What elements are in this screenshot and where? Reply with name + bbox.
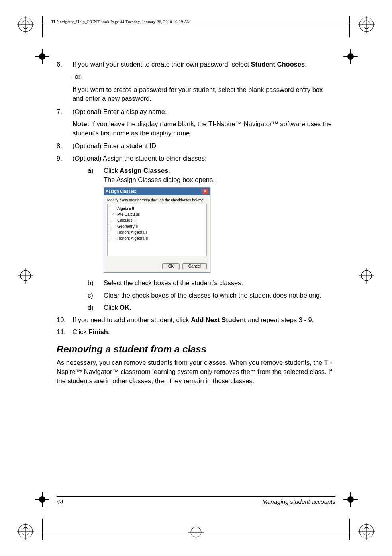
- substep-label: b): [88, 278, 104, 288]
- chapter-title: Managing student accounts: [263, 498, 335, 505]
- class-checkbox-row[interactable]: ✓Pre-Calculus: [110, 212, 204, 217]
- checkbox-icon[interactable]: [110, 230, 115, 235]
- registration-mark-icon: [358, 267, 375, 284]
- text: .: [305, 61, 307, 68]
- crop-line-top-v2: [349, 16, 350, 37]
- print-slug: TI-Navigator_Help_PRINT.book Page 44 Tue…: [51, 19, 191, 24]
- class-label: Algebra II: [117, 206, 134, 211]
- bold-term: Student Chooses: [251, 61, 305, 68]
- page-footer: 44 Managing student accounts: [57, 496, 335, 505]
- class-label: Honors Algebra I: [117, 230, 147, 235]
- step-body: (Optional) Enter a student ID.: [73, 141, 335, 151]
- checkbox-icon[interactable]: [110, 224, 115, 229]
- text: Click: [73, 328, 88, 335]
- step-body: If you want your student to create their…: [73, 60, 335, 69]
- class-checkbox-row[interactable]: Algebra II: [110, 206, 204, 211]
- page-content: 6. If you want your student to create th…: [57, 60, 335, 386]
- step-7: 7. (Optional) Enter a display name.: [57, 107, 335, 116]
- step-11: 11. Click Finish.: [57, 327, 335, 337]
- step-9a: a) Click Assign Classes. The Assign Clas…: [88, 166, 335, 184]
- class-checkbox-row[interactable]: Honors Algebra I: [110, 230, 204, 235]
- registration-mark-icon: [358, 16, 375, 33]
- class-checkbox-row[interactable]: Calculus II: [110, 218, 204, 223]
- step-number: 11.: [57, 327, 73, 337]
- registration-target-icon: [342, 491, 359, 508]
- class-listbox: Algebra II ✓Pre-Calculus Calculus II Geo…: [107, 204, 207, 256]
- crop-line-bot-v1: [42, 519, 43, 540]
- registration-mark-icon: [17, 523, 34, 540]
- registration-mark-icon: [17, 16, 34, 33]
- class-label: Calculus II: [117, 218, 136, 223]
- registration-mark-icon: [17, 267, 34, 284]
- substep-label: c): [88, 291, 104, 300]
- step-number: 8.: [57, 141, 73, 151]
- class-label: Pre-Calculus: [117, 212, 140, 217]
- dialog-title: Assign Classes:: [106, 189, 136, 194]
- text: and repeat steps 3 - 9.: [246, 316, 314, 323]
- step-8: 8. (Optional) Enter a student ID.: [57, 141, 335, 151]
- step-body: (Optional) Enter a display name.: [73, 107, 335, 116]
- substep-label: a): [88, 166, 104, 184]
- crop-line-top-v1: [42, 16, 43, 37]
- checkbox-icon[interactable]: [110, 206, 115, 211]
- dialog-button-row: OK Cancel: [104, 260, 210, 272]
- step-9d: d) Click OK.: [88, 303, 335, 312]
- assign-classes-dialog: Assign Classes: × Modify class membershi…: [104, 187, 210, 273]
- checkbox-icon[interactable]: [110, 236, 115, 241]
- dialog-caption: Modify class membership through the chec…: [107, 198, 207, 202]
- crop-line-bot-v2: [349, 519, 350, 540]
- step-9b: b) Select the check boxes of the student…: [88, 278, 335, 288]
- step-number: 7.: [57, 107, 73, 116]
- class-label: Honors Algebra II: [117, 236, 148, 241]
- step-6: 6. If you want your student to create th…: [57, 60, 335, 69]
- page-number: 44: [57, 498, 63, 505]
- registration-mark-icon: [358, 523, 375, 540]
- ok-button[interactable]: OK: [162, 263, 180, 269]
- step-body: (Optional) Assign the student to other c…: [73, 154, 335, 163]
- bold-term: OK: [120, 304, 129, 311]
- text: The Assign Classes dialog box opens.: [104, 176, 215, 183]
- step-6-or: -or-: [73, 72, 335, 81]
- text: If you want your student to create their…: [73, 61, 251, 68]
- dialog-body: Modify class membership through the chec…: [104, 195, 210, 260]
- bold-term: Add Next Student: [191, 316, 246, 323]
- checkbox-icon[interactable]: [110, 218, 115, 223]
- text: .: [129, 304, 131, 311]
- assign-classes-dialog-figure: Assign Classes: × Modify class membershi…: [104, 187, 335, 273]
- step-body: Click Finish.: [73, 327, 335, 337]
- substep-body: Select the check boxes of the student’s …: [104, 278, 335, 288]
- step-number: 9.: [57, 154, 73, 163]
- registration-target-icon: [33, 48, 48, 65]
- step-9c: c) Clear the check boxes of the classes …: [88, 291, 335, 300]
- step-10: 10. If you need to add another student, …: [57, 315, 335, 325]
- class-label: Geometry II: [117, 224, 138, 229]
- text: .: [168, 167, 170, 174]
- step-6-alt: If you want to create a password for you…: [73, 85, 335, 104]
- class-checkbox-row[interactable]: Geometry II: [110, 224, 204, 229]
- close-icon[interactable]: ×: [202, 188, 208, 194]
- class-checkbox-row[interactable]: Honors Algebra II: [110, 236, 204, 241]
- text: Click: [104, 304, 120, 311]
- dialog-titlebar: Assign Classes: ×: [104, 188, 210, 195]
- section-heading: Removing a student from a class: [57, 344, 335, 355]
- substep-body: Click OK.: [104, 303, 335, 312]
- bold-term: Finish: [88, 328, 108, 335]
- checkbox-icon[interactable]: ✓: [110, 212, 115, 217]
- registration-target-icon: [342, 48, 359, 65]
- step-number: 6.: [57, 60, 73, 69]
- text: Click: [104, 167, 120, 174]
- registration-target-icon: [33, 491, 51, 508]
- note-label: Note:: [73, 120, 89, 127]
- step-body: If you need to add another student, clic…: [73, 315, 335, 325]
- substep-body: Clear the check boxes of the classes to …: [104, 291, 335, 300]
- step-number: 10.: [57, 315, 73, 325]
- substep-body: Click Assign Classes. The Assign Classes…: [104, 166, 335, 184]
- bold-term: Assign Classes: [120, 167, 168, 174]
- cancel-button[interactable]: Cancel: [182, 263, 207, 269]
- section-paragraph: As necessary, you can remove students fr…: [57, 358, 335, 385]
- substep-label: d): [88, 303, 104, 312]
- note-text: If you leave the display name blank, the…: [73, 120, 332, 137]
- registration-mark-icon: [187, 523, 205, 541]
- text: If you need to add another student, clic…: [73, 316, 191, 323]
- text: .: [108, 328, 110, 335]
